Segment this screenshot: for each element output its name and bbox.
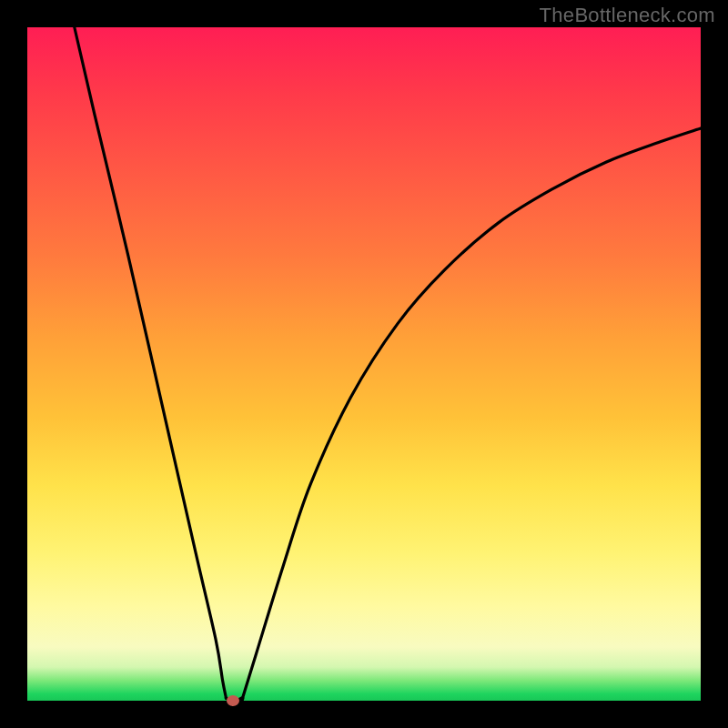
bottleneck-curve <box>27 27 701 701</box>
plot-area <box>27 27 701 701</box>
watermark-text: TheBottleneck.com <box>540 4 715 27</box>
chart-frame: TheBottleneck.com <box>0 0 728 728</box>
minimum-marker <box>227 695 239 706</box>
